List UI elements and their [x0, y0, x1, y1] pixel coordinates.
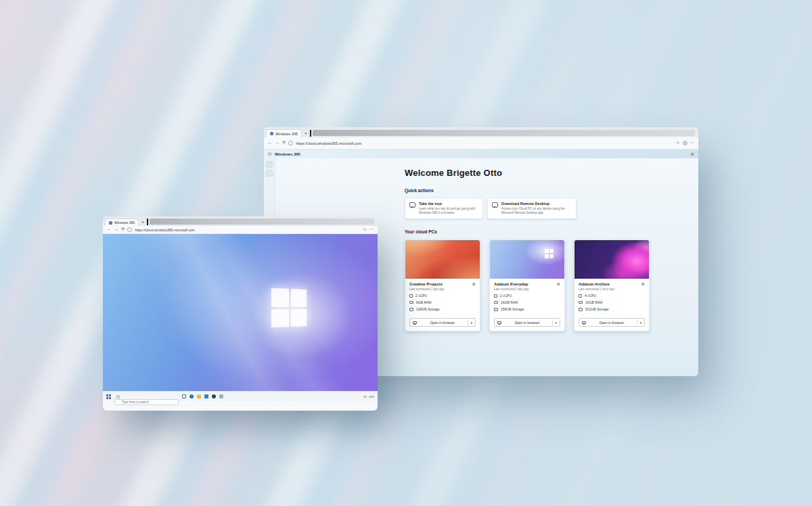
storage-icon: [494, 308, 498, 311]
quick-action-take-tour[interactable]: Take the tour Learn what you can do and …: [405, 198, 483, 219]
spec-cpu: 2 vCPU: [415, 294, 427, 298]
system-tray[interactable]: [363, 396, 374, 398]
taskbar: [103, 391, 378, 401]
cloud-pc-name: Adatum Everyday: [494, 282, 528, 286]
app-icon[interactable]: [212, 394, 216, 398]
edge-icon[interactable]: [189, 394, 194, 398]
cloud-pc-card-adatum-everyday: Adatum Everyday ⚙ Last connected 1 day a…: [489, 239, 565, 331]
taskbar-search[interactable]: [114, 394, 179, 400]
favorites-star-icon[interactable]: ☆: [676, 141, 680, 145]
open-in-browser-button[interactable]: Open in browser ▾: [579, 318, 645, 327]
cloud-pc-wallpaper: [574, 240, 649, 279]
monitor-icon: [582, 321, 586, 324]
tab-windows365[interactable]: Windows 365: [266, 129, 302, 137]
last-connected: Last connected 1 hour ago: [579, 288, 645, 291]
header-gear-icon[interactable]: ⚙: [691, 152, 694, 156]
quick-action-title: Take the tour: [419, 202, 478, 206]
new-tab-button[interactable]: +: [139, 219, 147, 226]
ram-icon: [409, 301, 413, 304]
cursor-mark: [310, 130, 311, 137]
favorites-star-icon[interactable]: ☆: [363, 227, 367, 232]
cloud-pc-row: Creative Projects ⚙ Last connected 1 day…: [405, 239, 662, 331]
tab-favicon-icon: [109, 221, 112, 225]
address-bar-actions: ☆ ⋯: [363, 227, 374, 232]
cloud-pc-card-creative-projects: Creative Projects ⚙ Last connected 1 day…: [405, 239, 480, 331]
open-in-browser-button[interactable]: Open in browser ▾: [494, 318, 560, 327]
cpu-icon: [494, 294, 497, 298]
tab-strip: Windows 365 +: [103, 216, 378, 226]
cpu-icon: [579, 294, 582, 298]
address-bar: ← → ⟳ https://cloud.windows365.microsoft…: [103, 226, 378, 234]
waffle-menu-icon[interactable]: [268, 152, 272, 156]
file-explorer-icon[interactable]: [197, 394, 201, 398]
nav-rail-home-icon[interactable]: [266, 161, 273, 168]
windows-logo: [271, 288, 307, 327]
refresh-icon[interactable]: ⟳: [121, 227, 125, 232]
cloud-pcs-label: Your cloud PCs: [405, 229, 662, 234]
tray-icons: [363, 396, 367, 398]
chevron-down-icon[interactable]: ▾: [555, 321, 557, 325]
quick-action-description: Access your Cloud PC on any device using…: [501, 207, 572, 215]
quick-action-description: Learn what you can do and get going with…: [419, 207, 478, 215]
forward-icon[interactable]: →: [275, 141, 280, 145]
mail-icon[interactable]: [219, 394, 223, 398]
ram-icon: [494, 301, 498, 304]
store-icon[interactable]: [204, 394, 208, 398]
back-icon[interactable]: ←: [268, 141, 273, 145]
download-icon: [492, 202, 498, 208]
refresh-icon[interactable]: ⟳: [282, 141, 286, 145]
settings-gear-icon[interactable]: ⚙: [641, 282, 645, 286]
spec-ram: 16GB RAM: [585, 300, 602, 304]
cloud-pc-card-adatum-archive: Adatum Archive ⚙ Last connected 1 hour a…: [574, 239, 650, 331]
open-in-browser-label: Open in browser: [419, 321, 466, 325]
forward-icon[interactable]: →: [114, 227, 119, 232]
spec-cpu: 4 vCPU: [585, 294, 596, 298]
cloud-pc-wallpaper: [405, 240, 480, 279]
marketing-canvas: Windows 365 + ← → ⟳ https://cloud.window…: [0, 0, 812, 506]
monitor-icon: [497, 321, 501, 324]
site-info-icon[interactable]: [288, 141, 293, 145]
cloud-pc-wallpaper: [490, 240, 564, 279]
task-view-icon[interactable]: [182, 394, 186, 398]
storage-icon: [409, 308, 413, 311]
chat-bubble-icon: [409, 202, 415, 208]
open-in-browser-label: Open in browser: [503, 321, 550, 325]
app-header: Windows 365 ⚙: [264, 150, 698, 158]
open-in-browser-label: Open in browser: [588, 321, 635, 325]
start-button[interactable]: [106, 394, 111, 399]
settings-gear-icon[interactable]: ⚙: [557, 282, 560, 286]
spec-ram: 8GB RAM: [416, 300, 432, 304]
new-tab-button[interactable]: +: [302, 131, 310, 137]
cloud-pc-name: Adatum Archive: [579, 282, 610, 286]
back-icon[interactable]: ←: [107, 227, 112, 232]
app-title: Windows 365: [275, 152, 300, 156]
url-text[interactable]: https://cloud.windows365.microsoft.com: [296, 141, 673, 145]
avatar[interactable]: [683, 141, 687, 145]
tab-strip: Windows 365 +: [264, 127, 698, 137]
browser-menu-icon[interactable]: ⋯: [690, 141, 695, 145]
search-input[interactable]: [114, 399, 179, 405]
last-connected: Last connected 1 day ago: [409, 288, 476, 291]
ram-icon: [579, 301, 583, 304]
tab-windows365[interactable]: Windows 365: [105, 218, 139, 226]
browser-window-cloud-desktop: Windows 365 + ← → ⟳ https://cloud.window…: [103, 216, 378, 411]
spec-ram: 16GB RAM: [501, 300, 518, 304]
site-info-icon[interactable]: [127, 227, 132, 232]
chevron-down-icon[interactable]: ▾: [470, 321, 472, 325]
quick-actions-row: Take the tour Learn what you can do and …: [405, 198, 662, 219]
nav-rail-devices-icon[interactable]: [266, 170, 273, 177]
tab-strip-filler: [313, 130, 695, 136]
url-text[interactable]: https://cloud.windows365.microsoft.com: [135, 228, 359, 232]
portal-main: Welcome Brigette Otto Quick actions Take…: [405, 168, 662, 331]
tab-label: Windows 365: [275, 132, 298, 136]
clock: [369, 396, 374, 398]
monitor-icon: [413, 321, 417, 324]
settings-gear-icon[interactable]: ⚙: [472, 282, 476, 286]
last-connected: Last connected 1 day ago: [494, 288, 560, 291]
quick-action-download-remote-desktop[interactable]: Download Remote Desktop Access your Clou…: [487, 198, 577, 219]
browser-menu-icon[interactable]: ⋯: [369, 227, 374, 232]
chevron-down-icon[interactable]: ▾: [639, 321, 641, 325]
open-in-browser-button[interactable]: Open in browser ▾: [409, 318, 476, 327]
tab-label: Windows 365: [114, 221, 135, 225]
windows10-desktop: [103, 234, 378, 391]
